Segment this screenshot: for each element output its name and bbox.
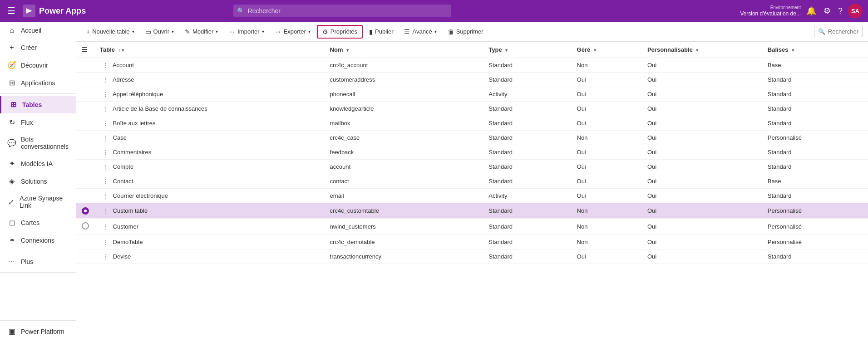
supprimer-button[interactable]: 🗑 Supprimer [443,26,488,38]
row-menu-dots[interactable]: ⋮ [100,206,111,215]
avatar[interactable]: SA [848,4,863,18]
row-menu-dots[interactable]: ⋮ [100,162,111,171]
row-balises: Base [762,58,868,73]
row-table-name: ⋮ Contact [94,174,325,189]
sidebar-item-tables[interactable]: ⊞ Tables [0,96,76,113]
table-row[interactable]: ⋮ Account crc4c_account Standard Non Oui… [76,58,868,73]
header-type[interactable]: Type ▾ [483,42,571,58]
table-row[interactable]: ⋮ Contact contact Standard Oui Oui Base [76,174,868,189]
table-row[interactable]: ⋮ Courrier électronique email Activity O… [76,189,868,203]
sidebar-item-flux[interactable]: ↻ Flux [0,113,76,131]
table-row[interactable]: ⋮ Case crc4c_case Standard Non Oui Perso… [76,131,868,145]
sidebar-divider [0,272,76,273]
row-balises: Standard [762,102,868,116]
row-balises: Standard [762,189,868,203]
sidebar-item-bots[interactable]: 💬 Bots conversationnels [0,131,76,155]
sidebar-item-plus[interactable]: ··· Plus [0,253,76,270]
table-row[interactable]: ⋮ Compte account Standard Oui Oui Standa… [76,160,868,174]
hamburger-icon[interactable]: ☰ [5,4,17,18]
balises-sort-icon: ▾ [792,48,794,53]
table-row[interactable]: ⋮ Commentaires feedback Standard Oui Oui… [76,145,868,160]
row-menu-dots[interactable]: ⋮ [100,119,111,127]
table-row[interactable]: ⋮ Devise transactioncurrency Standard Ou… [76,249,868,264]
row-menu-dots[interactable]: ⋮ [100,252,111,261]
settings-icon[interactable]: ⚙ [822,4,833,18]
sidebar-label-modeles: Modèles IA [21,160,53,167]
table-row[interactable]: ⋮ DemoTable crc4c_demotable Standard Non… [76,235,868,249]
row-radio-cell [76,116,94,131]
sidebar-item-decouvrir[interactable]: 🧭 Découvrir [0,56,76,74]
table-row[interactable]: ⋮ Customer nwind_customers Standard Non … [76,219,868,235]
header-personnalisable[interactable]: Personnalisable ▾ [642,42,762,58]
row-type: Standard [483,58,571,73]
publier-button[interactable]: ▮ Publier [365,26,398,38]
row-type: Standard [483,145,571,160]
row-menu-dots[interactable]: ⋮ [100,104,111,113]
importer-icon: ↔ [229,28,235,35]
ouvrir-button[interactable]: ▭ Ouvrir ▾ [141,26,178,38]
notification-icon[interactable]: 🔔 [804,4,818,18]
row-nom: crc4c_customtable [325,203,483,219]
flux-icon: ↻ [7,118,16,127]
proprietes-button[interactable]: ⚙ Propriétés [317,25,363,39]
plus-icon: ··· [7,258,16,266]
header-table[interactable]: Table ↑ ▾ [94,42,325,58]
sidebar-label-cartes: Cartes [21,219,39,226]
row-nom: crc4c_demotable [325,235,483,249]
row-gere: Oui [572,145,642,160]
header-balises[interactable]: Balises ▾ [762,42,868,58]
sidebar-item-connexions[interactable]: ⚭ Connexions [0,231,76,249]
sidebar-item-platform[interactable]: ▣ Power Platform [0,322,76,340]
row-menu-dots[interactable]: ⋮ [100,177,111,186]
table-row[interactable]: ⋮ Adresse customeraddress Standard Oui O… [76,73,868,87]
help-icon[interactable]: ? [836,5,844,18]
sidebar-item-cartes[interactable]: ◻ Cartes [0,214,76,231]
table-row[interactable]: ⋮ Boîte aux lettres mailbox Standard Oui… [76,116,868,131]
header-nom[interactable]: Nom ▾ [325,42,483,58]
environment-info: Environnement Version d'évaluation de... [740,5,801,18]
row-nom: crc4c_case [325,131,483,145]
row-menu-dots[interactable]: ⋮ [100,191,111,200]
table-row[interactable]: ⋮ Article de la Base de connaissances kn… [76,102,868,116]
modifier-icon: ✎ [185,28,190,35]
connexions-icon: ⚭ [7,236,16,244]
sidebar-item-modeles[interactable]: ✦ Modèles IA [0,155,76,172]
row-menu-dots[interactable]: ⋮ [100,238,111,246]
sidebar-item-accueil[interactable]: ⌂ Accueil [0,22,76,39]
radio-selected[interactable] [82,207,89,215]
sidebar-item-creer[interactable]: + Créer [0,39,76,56]
row-menu-dots[interactable]: ⋮ [100,61,111,69]
row-menu-dots[interactable]: ⋮ [100,75,111,84]
table-row[interactable]: ⋮ Custom table crc4c_customtable Standar… [76,203,868,219]
toolbar-search-placeholder: Rechercher [828,28,858,35]
toolbar-search[interactable]: 🔍 Rechercher [814,26,863,37]
row-personnalisable: Oui [642,189,762,203]
header-select[interactable]: ☰ [76,42,94,58]
header-perso-label: Personnalisable [647,46,693,53]
header-type-label: Type [488,46,502,53]
row-table-name: ⋮ Devise [94,249,325,264]
row-radio-cell [76,131,94,145]
radio-unselected[interactable] [82,222,89,230]
row-balises: Personnalisé [762,131,868,145]
env-name[interactable]: Version d'évaluation de... [740,10,801,18]
row-personnalisable: Oui [642,235,762,249]
row-nom: feedback [325,145,483,160]
avance-button[interactable]: ☰ Avancé ▾ [399,26,441,38]
nouvelle-table-chevron: ▾ [132,29,134,34]
row-menu-dots[interactable]: ⋮ [100,148,111,156]
row-menu-dots[interactable]: ⋮ [100,222,111,231]
modifier-button[interactable]: ✎ Modifier ▾ [180,26,222,38]
sidebar-item-solutions[interactable]: ◈ Solutions [0,172,76,190]
exporter-button[interactable]: ↔ Exporter ▾ [271,26,315,38]
accueil-icon: ⌂ [7,26,16,34]
header-gere[interactable]: Géré ▾ [572,42,642,58]
table-row[interactable]: ⋮ Appel téléphonique phonecall Activity … [76,87,868,102]
nouvelle-table-button[interactable]: + Nouvelle table ▾ [82,26,139,38]
row-menu-dots[interactable]: ⋮ [100,133,111,142]
sidebar-item-applications[interactable]: ⊞ Applications [0,74,76,92]
importer-button[interactable]: ↔ Importer ▾ [224,26,268,38]
row-menu-dots[interactable]: ⋮ [100,90,111,98]
sidebar-item-azure[interactable]: ⤢ Azure Synapse Link [0,190,76,214]
topbar-search-input[interactable] [233,5,451,17]
